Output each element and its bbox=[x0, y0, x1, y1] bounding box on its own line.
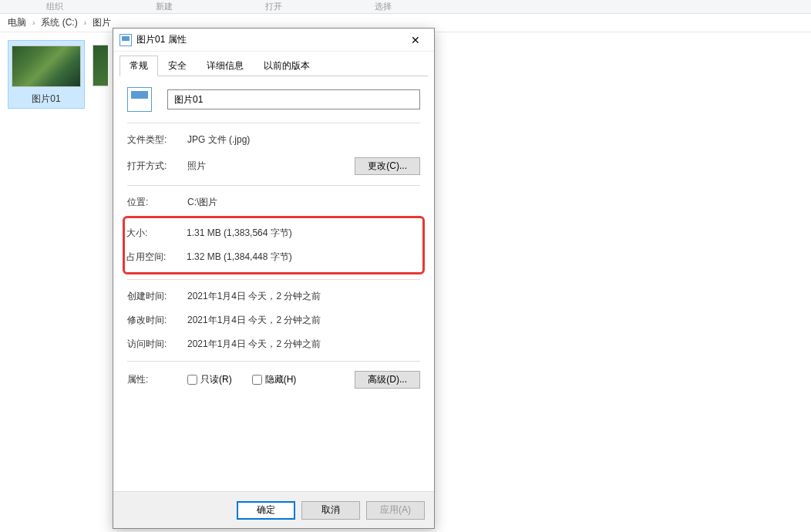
ribbon-group-new: 新建 bbox=[109, 1, 219, 12]
divider bbox=[127, 185, 420, 186]
tab-strip: 常规 安全 详细信息 以前的版本 bbox=[119, 55, 428, 76]
label-location: 位置: bbox=[127, 196, 187, 209]
chevron-right-icon: › bbox=[84, 19, 86, 27]
divider bbox=[127, 123, 420, 123]
chevron-right-icon: › bbox=[32, 19, 35, 27]
file-type-icon bbox=[127, 87, 152, 112]
value-modified: 2021年1月4日 今天，2 分钟之前 bbox=[187, 314, 321, 327]
annotation-highlight: 大小: 1.31 MB (1,383,564 字节) 占用空间: 1.32 MB… bbox=[123, 216, 425, 274]
hidden-label: 隐藏(H) bbox=[265, 373, 297, 386]
breadcrumb-part-computer[interactable]: 电脑 bbox=[8, 16, 26, 29]
label-accessed: 访问时间: bbox=[127, 338, 187, 351]
divider bbox=[127, 361, 420, 362]
file-icon bbox=[119, 34, 132, 46]
dialog-titlebar[interactable]: 图片01 属性 ✕ bbox=[113, 29, 434, 52]
tab-previous-versions[interactable]: 以前的版本 bbox=[254, 56, 320, 76]
label-openwith: 打开方式: bbox=[127, 160, 187, 173]
value-accessed: 2021年1月4日 今天，2 分钟之前 bbox=[187, 338, 321, 351]
value-filetype: JPG 文件 (.jpg) bbox=[187, 133, 250, 146]
advanced-button[interactable]: 高级(D)... bbox=[355, 371, 420, 389]
breadcrumb-part-folder[interactable]: 图片 bbox=[93, 16, 111, 29]
value-location: C:\图片 bbox=[187, 196, 217, 209]
label-size-on-disk: 占用空间: bbox=[126, 251, 187, 264]
close-icon: ✕ bbox=[411, 34, 420, 46]
readonly-checkbox[interactable]: 只读(R) bbox=[187, 373, 232, 386]
ribbon-group-organize: 组织 bbox=[0, 1, 109, 12]
breadcrumb-part-drive[interactable]: 系统 (C:) bbox=[41, 16, 77, 29]
ok-button[interactable]: 确定 bbox=[237, 501, 295, 520]
properties-dialog: 图片01 属性 ✕ 常规 安全 详细信息 以前的版本 文件类型: JPG 文件 … bbox=[113, 28, 435, 529]
label-attributes: 属性: bbox=[127, 373, 187, 386]
image-thumbnail-icon bbox=[12, 45, 81, 87]
dialog-title: 图片01 属性 bbox=[136, 33, 400, 46]
hidden-checkbox[interactable]: 隐藏(H) bbox=[252, 373, 297, 386]
label-filetype: 文件类型: bbox=[127, 133, 187, 146]
close-button[interactable]: ✕ bbox=[400, 30, 431, 50]
tab-general[interactable]: 常规 bbox=[119, 56, 158, 76]
readonly-label: 只读(R) bbox=[200, 373, 232, 386]
value-created: 2021年1月4日 今天，2 分钟之前 bbox=[187, 290, 321, 303]
filename-input[interactable] bbox=[167, 89, 420, 109]
ribbon-tab-labels: 组织 新建 打开 选择 bbox=[0, 0, 811, 14]
change-button[interactable]: 更改(C)... bbox=[355, 157, 420, 175]
file-thumbnail-selected[interactable]: 图片01 bbox=[8, 40, 85, 109]
ribbon-group-select: 选择 bbox=[328, 1, 438, 12]
value-size: 1.31 MB (1,383,564 字节) bbox=[187, 227, 292, 240]
value-size-on-disk: 1.32 MB (1,384,448 字节) bbox=[187, 251, 292, 264]
tab-panel-general: 文件类型: JPG 文件 (.jpg) 打开方式: 照片 更改(C)... 位置… bbox=[113, 76, 434, 491]
thumbnail-caption: 图片01 bbox=[29, 92, 63, 106]
dialog-footer: 确定 取消 应用(A) bbox=[113, 491, 434, 528]
label-size: 大小: bbox=[126, 227, 187, 240]
cancel-button[interactable]: 取消 bbox=[301, 501, 360, 520]
hidden-checkbox-input[interactable] bbox=[252, 375, 262, 385]
label-created: 创建时间: bbox=[127, 290, 187, 303]
label-modified: 修改时间: bbox=[127, 314, 187, 327]
readonly-checkbox-input[interactable] bbox=[187, 375, 197, 385]
apply-button[interactable]: 应用(A) bbox=[366, 501, 425, 520]
value-openwith: 照片 bbox=[187, 160, 355, 173]
tab-security[interactable]: 安全 bbox=[158, 56, 197, 76]
divider bbox=[127, 279, 420, 280]
file-thumbnail-partial[interactable] bbox=[93, 45, 108, 86]
tab-details[interactable]: 详细信息 bbox=[197, 56, 254, 76]
ribbon-group-open: 打开 bbox=[219, 1, 328, 12]
